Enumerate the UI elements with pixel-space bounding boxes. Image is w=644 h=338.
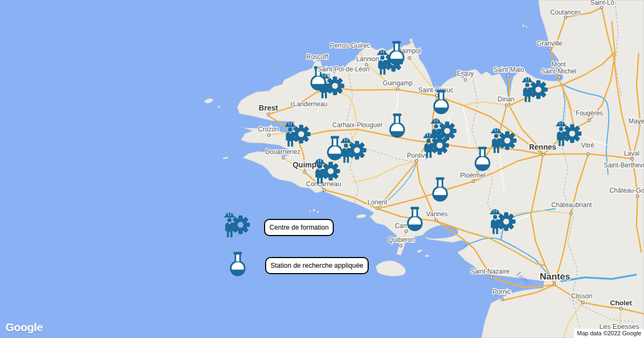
city-dot [435, 219, 438, 222]
map-canvas[interactable]: Loire Saint-LôCoutancesGranvilleMontSain… [0, 0, 644, 338]
city-label: Fougères [576, 109, 603, 117]
city-dot [267, 113, 270, 116]
city-dot [565, 16, 567, 19]
city-dot [501, 298, 504, 301]
city-label: Landerneau [293, 100, 327, 108]
city-dot [472, 180, 475, 183]
city-dot [558, 76, 561, 79]
city-label: Perros-Guirec [330, 42, 370, 49]
city-dot [397, 88, 399, 91]
city-label: Cholet [610, 299, 632, 307]
city-label: Clisson [571, 292, 592, 300]
map-viewport[interactable]: Loire Saint-LôCoutancesGranvilleMontSain… [0, 0, 644, 338]
city-label: Quiberon [388, 236, 414, 244]
city-dot [327, 75, 330, 77]
city-label: Mayenne [628, 117, 644, 125]
city-label: Saint-Berthevin [604, 161, 644, 169]
city-label: Saint-Pol-de-Léon [318, 65, 370, 73]
city-dot [549, 47, 552, 50]
city-dot [405, 230, 408, 233]
city-label: Brest [259, 104, 278, 112]
legend-label-research: Station de recherche appliquée [265, 257, 369, 274]
city-label: Coutances [550, 9, 581, 16]
city-label: Lorient [368, 199, 387, 206]
city-dot [588, 119, 591, 122]
city-dot [570, 212, 573, 215]
city-label: Nantes [540, 271, 570, 282]
city-dot [582, 302, 584, 304]
city-dot [601, 6, 603, 9]
city-label: Carhaix-Plouguer [332, 121, 382, 129]
city-label: Vannes [426, 210, 448, 218]
city-label: Lannion [356, 55, 379, 63]
city-dot [620, 307, 623, 310]
city-label: Pontivy [407, 152, 428, 159]
city-label: Châteaubriant [551, 201, 592, 209]
city-label: Saint-Brieuc [418, 86, 453, 94]
city-label: Vitré [581, 142, 595, 149]
city-label: Rennes [529, 143, 557, 151]
city-dot [400, 245, 402, 247]
city-label: Château-Gontier [610, 187, 644, 194]
city-dot [506, 104, 508, 107]
city-dot [542, 153, 545, 156]
city-label: Erquy [457, 70, 473, 77]
city-dot [408, 57, 411, 60]
city-label: Granville [537, 40, 562, 47]
city-label: Pornic [493, 288, 511, 296]
city-dot [376, 207, 379, 210]
city-dot [282, 157, 285, 159]
city-dot [464, 79, 467, 82]
city-dot [631, 158, 634, 160]
city-label: Saint-Nazaire [471, 268, 510, 275]
city-label: Laval [624, 150, 640, 157]
google-logo[interactable]: Google [5, 321, 42, 334]
city-dot [636, 195, 639, 198]
city-label: Saint-Malo [493, 66, 524, 74]
city-dot [553, 283, 556, 286]
legend-label-training: Centre de formation [264, 219, 334, 236]
city-dot [268, 134, 270, 137]
city-label: Concarneau [306, 180, 341, 188]
city-label: Crozon [258, 126, 279, 133]
city-dot [587, 153, 590, 156]
city-label: Saint-Lô [590, 0, 614, 6]
city-dot [415, 160, 418, 163]
city-label: Ploërmel [460, 172, 485, 179]
city-dot [507, 75, 510, 77]
city-dot [436, 94, 438, 97]
city-label: Dinan [497, 95, 514, 103]
city-dot [304, 171, 306, 174]
city-dot [323, 189, 326, 192]
map-attribution: Map data ©2022 Google [574, 329, 644, 338]
city-label: Douarnenez [265, 148, 300, 156]
city-label: Roscoff [306, 53, 328, 61]
city-dot [491, 276, 493, 279]
city-label: Guingamp [383, 79, 413, 87]
